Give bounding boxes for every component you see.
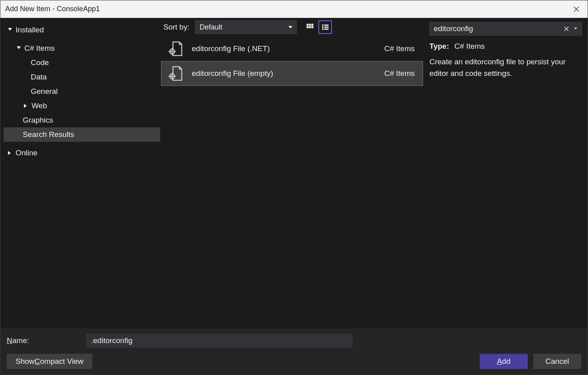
svg-marker-3: [17, 46, 21, 49]
tree-item-label: Search Results: [23, 130, 74, 139]
add-button[interactable]: Add: [480, 354, 528, 369]
toolbar: Sort by: Default: [160, 18, 424, 36]
svg-rect-10: [307, 26, 308, 28]
search-input[interactable]: [434, 24, 562, 33]
close-button[interactable]: [570, 3, 583, 16]
tree-item-label: Graphics: [23, 116, 53, 125]
detail-type-row: Type: C# Items: [429, 42, 582, 51]
chevron-down-icon: [7, 27, 13, 33]
grid-icon: [306, 24, 314, 31]
svg-rect-14: [324, 25, 328, 26]
sortby-dropdown[interactable]: Default: [195, 20, 297, 34]
file-config-icon: [167, 40, 184, 57]
detail-type-label: Type:: [429, 42, 449, 50]
tree-item-label: General: [31, 87, 58, 96]
search-box[interactable]: [429, 22, 582, 36]
add-new-item-dialog: Add New Item - ConsoleApp1 Installed C# …: [0, 0, 588, 375]
svg-marker-4: [24, 104, 27, 108]
close-icon: [564, 26, 569, 32]
detail-type-value: C# Items: [455, 42, 485, 50]
chevron-down-icon: [16, 45, 22, 52]
svg-marker-2: [8, 28, 12, 31]
chevron-right-icon: [23, 103, 29, 109]
template-list: editorconfig File (.NET) C# Items editor…: [160, 36, 424, 329]
svg-marker-6: [288, 26, 292, 28]
close-icon: [573, 6, 580, 12]
sortby-label: Sort by:: [163, 23, 189, 32]
svg-marker-27: [574, 28, 577, 30]
template-item[interactable]: editorconfig File (empty) C# Items: [161, 61, 423, 86]
footer: Name: Show Compact View Add Cancel: [0, 329, 588, 375]
svg-point-15: [322, 27, 324, 28]
svg-rect-11: [309, 26, 311, 28]
tree-item-installed[interactable]: Installed: [4, 23, 160, 37]
template-category: C# Items: [384, 69, 415, 78]
cancel-button[interactable]: Cancel: [533, 354, 581, 369]
tree-item-label: Online: [16, 149, 38, 157]
details-pane: Type: C# Items Create an editorconfig fi…: [424, 18, 588, 329]
show-compact-view-button[interactable]: Show Compact View: [7, 354, 92, 369]
dialog-title: Add New Item - ConsoleApp1: [5, 5, 570, 13]
tree-item-general[interactable]: General: [4, 84, 160, 99]
name-label: Name:: [7, 336, 87, 345]
detail-description: Create an editorconfig file to persist y…: [429, 56, 582, 79]
tree-item-data[interactable]: Data: [4, 70, 160, 84]
svg-rect-9: [312, 24, 313, 26]
template-name: editorconfig File (.NET): [192, 44, 384, 53]
tree-item-label: Data: [31, 73, 47, 81]
name-input[interactable]: [87, 334, 352, 347]
svg-point-13: [322, 25, 324, 26]
template-name: editorconfig File (empty): [192, 69, 384, 78]
sortby-value: Default: [199, 23, 222, 32]
svg-marker-5: [8, 151, 11, 155]
tree-item-search-results[interactable]: Search Results: [4, 127, 160, 142]
category-tree: Installed C# Items Code Data General Web…: [0, 18, 160, 329]
tree-item-online[interactable]: Online: [4, 146, 160, 160]
svg-point-17: [322, 29, 324, 30]
template-item[interactable]: editorconfig File (.NET) C# Items: [161, 36, 423, 61]
svg-rect-8: [309, 24, 311, 26]
view-grid-button[interactable]: [303, 20, 317, 34]
search-clear-button[interactable]: [562, 24, 571, 34]
search-options-button[interactable]: [572, 24, 579, 34]
template-category: C# Items: [384, 44, 415, 53]
tree-item-label: Installed: [16, 26, 44, 34]
view-list-button[interactable]: [318, 20, 332, 34]
svg-rect-12: [312, 26, 313, 28]
chevron-down-icon: [574, 27, 577, 30]
tree-item-web[interactable]: Web: [4, 99, 160, 113]
svg-rect-18: [324, 29, 328, 30]
tree-item-csharp-items[interactable]: C# Items: [4, 41, 160, 56]
chevron-right-icon: [7, 150, 13, 156]
tree-item-label: C# Items: [24, 44, 55, 53]
tree-item-label: Code: [31, 58, 49, 67]
tree-item-code[interactable]: Code: [4, 56, 160, 70]
chevron-down-icon: [288, 25, 292, 29]
list-icon: [322, 24, 329, 31]
svg-rect-16: [324, 27, 328, 28]
titlebar: Add New Item - ConsoleApp1: [0, 0, 588, 18]
tree-item-graphics[interactable]: Graphics: [4, 113, 160, 127]
file-config-icon: [167, 65, 184, 82]
svg-rect-7: [307, 24, 308, 26]
tree-item-label: Web: [32, 101, 47, 110]
